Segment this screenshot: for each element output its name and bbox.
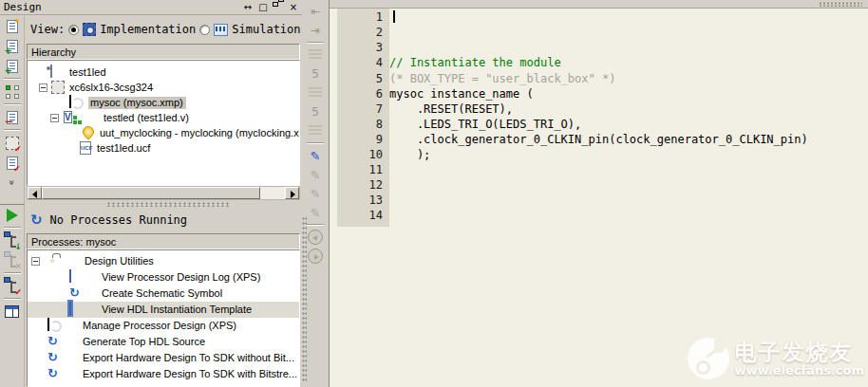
bookmark-next-button[interactable]: 5 xyxy=(306,65,325,83)
nav-back-button[interactable] xyxy=(306,229,325,246)
tree-item-ucf[interactable]: UCF test1led.ucf xyxy=(28,140,299,156)
hierarchy-hscrollbar[interactable] xyxy=(27,186,300,200)
code-line: 1 xyxy=(330,9,868,26)
restore-icon[interactable] xyxy=(272,2,285,13)
process-icon: ↻ xyxy=(47,367,58,380)
tree-item-test1led[interactable]: test1led xyxy=(28,64,299,80)
float-icon[interactable]: □ xyxy=(256,2,270,13)
drag-grip-icon[interactable] xyxy=(819,2,862,7)
view-radio-implementation[interactable] xyxy=(68,25,79,35)
collapse-expander-icon[interactable] xyxy=(39,83,47,92)
code-line: 11 xyxy=(330,162,868,178)
code-line: 7 .RESET(RESET), xyxy=(330,101,868,118)
edit-mode-button[interactable]: ✎ xyxy=(306,147,325,164)
hierarchy-header: Hierarchy xyxy=(27,44,300,60)
dock-icon[interactable]: ↔ xyxy=(241,2,255,13)
pen-disabled-icon: ✎ xyxy=(311,206,321,220)
edit-paste-button[interactable]: ✎ xyxy=(306,204,325,221)
project-icon xyxy=(50,64,52,78)
process-item-manage-design[interactable]: Manage Processor Design (XPS) xyxy=(28,318,299,334)
scrollbar-thumb[interactable] xyxy=(42,187,260,199)
view-option-implementation-label[interactable]: Implementation xyxy=(100,23,196,36)
add-source-icon: + xyxy=(7,40,18,53)
process-item-generate-top-hdl[interactable]: ↻ Generate Top HDL Source xyxy=(28,334,299,350)
edit-cut-button[interactable]: ✎ xyxy=(306,166,325,183)
indent-left-icon: ⇤ xyxy=(311,5,320,18)
bookmark-toggle-button[interactable] xyxy=(306,46,325,64)
chip-icon xyxy=(51,81,65,94)
tree-item-testled[interactable]: V testled (test1led.v) xyxy=(28,110,299,125)
processes-header: Processes: mysoc xyxy=(27,233,300,249)
implementation-icon xyxy=(83,23,96,36)
design-blocks-button[interactable] xyxy=(3,83,22,101)
new-source-button[interactable]: ✶ xyxy=(3,17,22,35)
instance-icon xyxy=(81,124,97,140)
bookmark-clear-button[interactable] xyxy=(306,122,325,139)
rerun-all-button[interactable]: ✔ xyxy=(3,277,22,295)
tree-item-mysoc[interactable]: mysoc (mysoc.xmp) xyxy=(28,95,299,110)
process-item-view-log[interactable]: View Processor Design Log (XPS) xyxy=(28,269,299,286)
toolbar-overflow-button[interactable]: » xyxy=(3,174,22,192)
bookmark-next-icon: 5 xyxy=(311,67,319,81)
columns-view-button[interactable] xyxy=(3,303,22,321)
stop-process-button[interactable]: ✕ xyxy=(3,251,22,269)
add-source-button[interactable]: + xyxy=(3,37,22,55)
add-copy-source-icon: + xyxy=(7,60,18,73)
process-status-text: No Processes Running xyxy=(50,213,188,227)
bookmark-icon xyxy=(309,49,322,61)
edit-copy-button[interactable]: ✎ xyxy=(306,185,325,202)
scroll-left-button[interactable] xyxy=(28,187,42,199)
process-icon: ↻ xyxy=(47,335,58,348)
edit-pen-icon: ✎ xyxy=(311,149,321,163)
stop-icon: ✕ xyxy=(5,253,19,267)
run-process-button[interactable] xyxy=(3,206,22,224)
process-item-create-schematic[interactable]: ↻ Create Schematic Symbol xyxy=(28,286,299,302)
process-item-export-sdk-without-bit[interactable]: ↻ Export Hardware Design To SDK without … xyxy=(28,350,299,366)
chip-properties-button[interactable]: ✔ xyxy=(3,134,22,152)
collapse-expander-icon[interactable] xyxy=(31,257,40,266)
process-toolbar: ↓ ✕ ✔ xyxy=(0,204,25,387)
design-blocks-icon xyxy=(6,85,19,99)
rerun-process-button[interactable]: ↓ xyxy=(3,231,22,249)
design-toolbar: ✶ + + − ✔ ✔ » xyxy=(0,16,25,204)
design-panel-titlebar: Design ↔ □ × xyxy=(0,0,302,15)
chip-check-icon: ✔ xyxy=(6,137,19,150)
code-line: 12 xyxy=(330,177,868,194)
process-item-design-utilities[interactable]: Design Utilities xyxy=(28,253,299,269)
close-icon[interactable]: × xyxy=(287,2,300,13)
code-line-attribute: 5(* BOX_TYPE = "user_black_box" *) xyxy=(330,71,868,87)
hdl-template-editor[interactable]: 1 2 3 4// Instantiate the module 5(* BOX… xyxy=(329,0,868,387)
bookmark-goto-button[interactable]: 5 xyxy=(306,103,325,120)
design-panel-title: Design xyxy=(4,1,42,13)
tree-item-device[interactable]: xc6slx16-3csg324 xyxy=(28,80,299,95)
remove-source-button[interactable]: − xyxy=(3,108,22,126)
design-rules-button[interactable]: ✔ xyxy=(3,154,22,172)
nav-forward-button[interactable] xyxy=(306,248,325,265)
report-icon xyxy=(69,269,71,283)
play-icon xyxy=(7,209,18,222)
view-option-simulation-label[interactable]: Simulation xyxy=(232,23,300,36)
code-line: 3 xyxy=(330,40,868,56)
indent-right-icon: ⇥ xyxy=(311,24,320,37)
rerun-icon: ↓ xyxy=(5,233,19,248)
shift-left-button[interactable]: ⇤ xyxy=(306,3,325,20)
collapse-expander-icon[interactable] xyxy=(50,114,59,122)
process-icon: ↻ xyxy=(47,351,58,364)
watermark-brand: 电子发烧友 xyxy=(735,341,864,363)
process-item-export-sdk-with-bit[interactable]: ↻ Export Hardware Design To SDK with Bit… xyxy=(28,366,299,382)
view-radio-simulation[interactable] xyxy=(199,25,210,35)
bookmark-prev-button[interactable] xyxy=(306,84,325,101)
pen-disabled-icon: ✎ xyxy=(311,168,321,182)
process-item-view-hdl-template[interactable]: View HDL Instantiation Template xyxy=(28,302,299,318)
vertical-splitter[interactable] xyxy=(302,216,307,383)
code-line: 9 .clock_generator_0_CLKIN_pin(clock_gen… xyxy=(330,132,868,148)
scroll-right-button[interactable] xyxy=(285,187,299,199)
tree-item-uut-myclocking[interactable]: uut_myclocking - myclocking (myclocking.… xyxy=(28,125,299,140)
panel-splitter[interactable] xyxy=(25,200,302,208)
doc-check-icon: ✔ xyxy=(7,157,18,170)
shift-right-button[interactable]: ⇥ xyxy=(306,22,325,39)
add-copy-source-button[interactable]: + xyxy=(3,57,22,75)
new-source-icon: ✶ xyxy=(7,20,18,33)
code-line-comment: 4// Instantiate the module xyxy=(330,55,868,71)
watermark: 电子发烧友 www.elecfans.com xyxy=(688,338,864,379)
